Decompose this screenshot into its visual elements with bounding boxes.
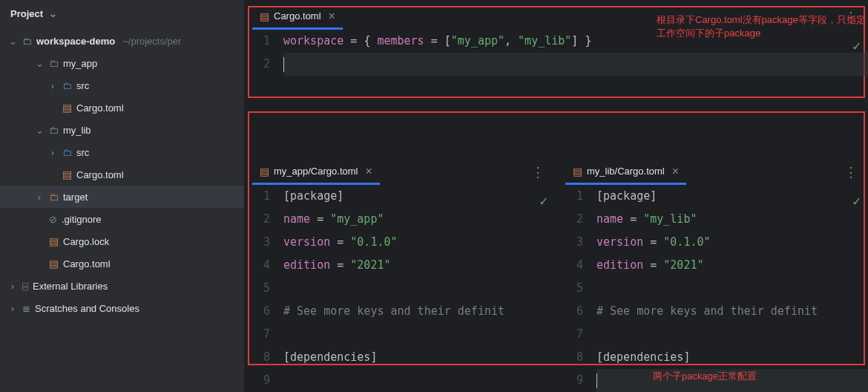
- toml-icon: ▤: [573, 166, 582, 177]
- editor-area: 根目录下Cargo.toml没有package等字段，只指定工作空间下的子pac…: [245, 0, 868, 392]
- close-icon[interactable]: ×: [329, 10, 335, 23]
- gutter: 123456789: [245, 185, 283, 392]
- more-icon[interactable]: ⋮: [838, 164, 864, 180]
- project-sidebar: Project ⌄ ⌄ 🗀 workspace-demo ~/projects/…: [0, 0, 245, 392]
- tree-label: src: [76, 80, 89, 91]
- tree-root[interactable]: ⌄ 🗀 workspace-demo ~/projects/per: [0, 30, 244, 52]
- editor-my-app: ▤ my_app/Cargo.toml × ⋮ 123456789 [packa…: [245, 160, 555, 392]
- code-lines: workspace = { members = ["my_app", "my_l…: [283, 30, 868, 151]
- scratches-icon: ≣: [22, 303, 30, 314]
- annotation-bottom: 两个子package正常配置: [653, 370, 757, 383]
- project-toolwindow-header[interactable]: Project ⌄: [0, 0, 244, 27]
- chevron-icon: ⌄: [34, 125, 45, 136]
- tab-label: Cargo.toml: [274, 10, 321, 22]
- code-editor[interactable]: 123456789 [package]name = "my_lib"versio…: [558, 185, 868, 392]
- close-icon[interactable]: ×: [365, 165, 372, 178]
- chevron-icon: ›: [47, 80, 58, 91]
- chevron-icon: ⌄: [34, 58, 45, 69]
- annotation-top: 根目录下Cargo.toml没有package等字段，只指定工作空间下的子pac…: [657, 13, 868, 40]
- chevron-right-icon: ›: [7, 281, 18, 292]
- folder-src-icon: 🗀: [62, 147, 72, 158]
- ign-icon: ⊘: [49, 214, 57, 225]
- toml-icon: ▤: [260, 10, 269, 22]
- root-hint: ~/projects/per: [122, 36, 181, 47]
- folder-tgt-icon: 🗀: [49, 192, 59, 203]
- toml-icon: ▤: [260, 166, 269, 177]
- tree-label: .gitignore: [62, 214, 101, 225]
- gutter: 123456789: [558, 185, 596, 392]
- tab-my-lib-cargo-toml[interactable]: ▤ my_lib/Cargo.toml ×: [565, 160, 686, 185]
- tree-label: src: [76, 147, 89, 158]
- tree-row[interactable]: ⊘.gitignore: [0, 208, 244, 230]
- scratches-and-consoles[interactable]: › ≣ Scratches and Consoles: [0, 297, 244, 319]
- code-lines: [package]name = "my_lib"version = "0.1.0…: [596, 185, 868, 392]
- chevron-right-icon: ›: [7, 303, 18, 314]
- project-title: Project: [10, 8, 43, 19]
- editor-my-lib: ▤ my_lib/Cargo.toml × ⋮ 123456789 [packa…: [558, 160, 868, 392]
- gutter: 12: [245, 30, 283, 151]
- chevron-down-icon: ⌄: [47, 8, 58, 19]
- more-icon[interactable]: ⋮: [525, 164, 550, 180]
- tab-my-app-cargo-toml[interactable]: ▤ my_app/Cargo.toml ×: [252, 160, 380, 185]
- code-editor[interactable]: 12 workspace = { members = ["my_app", "m…: [245, 30, 868, 151]
- editor-tabbar: ▤ my_app/Cargo.toml × ⋮: [245, 160, 555, 185]
- editor-tabbar: ▤ my_lib/Cargo.toml × ⋮: [558, 160, 868, 185]
- chevron-icon: ›: [34, 192, 45, 203]
- folder-icon: 🗀: [49, 125, 59, 136]
- tree-row[interactable]: ⌄🗀my_app: [0, 52, 244, 74]
- chevron-down-icon: ⌄: [7, 36, 18, 47]
- tree-label: Cargo.toml: [76, 102, 124, 114]
- external-libraries[interactable]: › ⌸ External Libraries: [0, 275, 244, 297]
- tree-row[interactable]: ›🗀src: [0, 141, 244, 163]
- tab-cargo-toml[interactable]: ▤ Cargo.toml ×: [252, 4, 343, 30]
- library-icon: ⌸: [22, 281, 28, 292]
- close-icon[interactable]: ×: [672, 165, 679, 178]
- code-lines: [package]name = "my_app"version = "0.1.0…: [283, 185, 555, 392]
- toml-icon: ▤: [49, 258, 59, 270]
- tree-row[interactable]: ›🗀target: [0, 186, 244, 208]
- project-tree[interactable]: ⌄ 🗀 workspace-demo ~/projects/per ⌄🗀my_a…: [0, 27, 244, 392]
- toml-icon: ▤: [62, 102, 72, 114]
- toml-icon: ▤: [62, 169, 72, 180]
- tree-label: Cargo.toml: [76, 169, 124, 180]
- tree-row[interactable]: ▤Cargo.lock: [0, 230, 244, 252]
- tree-label: Cargo.toml: [63, 258, 111, 270]
- tree-label: Cargo.lock: [63, 236, 109, 247]
- tree-label: my_app: [63, 58, 97, 69]
- tab-label: my_lib/Cargo.toml: [587, 166, 665, 177]
- tree-row[interactable]: ›🗀src: [0, 74, 244, 97]
- tree-row[interactable]: ▤Cargo.toml: [0, 252, 244, 275]
- tree-row[interactable]: ▤Cargo.toml: [0, 97, 244, 119]
- check-ok-icon: ✓: [539, 189, 548, 212]
- code-editor[interactable]: 123456789 [package]name = "my_app"versio…: [245, 185, 555, 392]
- tree-label: target: [63, 192, 88, 203]
- chevron-icon: ›: [47, 147, 58, 158]
- tree-row[interactable]: ▤Cargo.toml: [0, 163, 244, 186]
- tree-label: my_lib: [63, 125, 91, 136]
- tree-row[interactable]: ⌄🗀my_lib: [0, 119, 244, 141]
- folder-src-icon: 🗀: [62, 80, 72, 91]
- folder-icon: 🗀: [49, 58, 59, 69]
- tab-label: my_app/Cargo.toml: [274, 166, 358, 177]
- lock-icon: ▤: [49, 235, 59, 247]
- folder-icon: 🗀: [22, 36, 32, 47]
- root-label: workspace-demo: [36, 36, 115, 47]
- check-ok-icon: ✓: [852, 189, 861, 212]
